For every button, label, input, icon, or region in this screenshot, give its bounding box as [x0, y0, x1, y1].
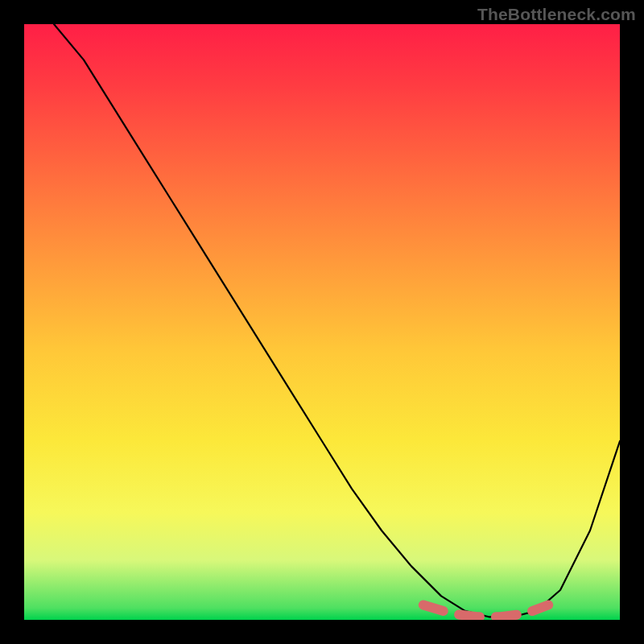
watermark-text: TheBottleneck.com	[477, 5, 636, 24]
plot-area	[24, 24, 620, 620]
chart-svg	[24, 24, 620, 620]
chart-frame: TheBottleneck.com	[0, 0, 644, 644]
bottleneck-curve	[54, 24, 620, 617]
optimal-zone-marker	[423, 605, 548, 617]
